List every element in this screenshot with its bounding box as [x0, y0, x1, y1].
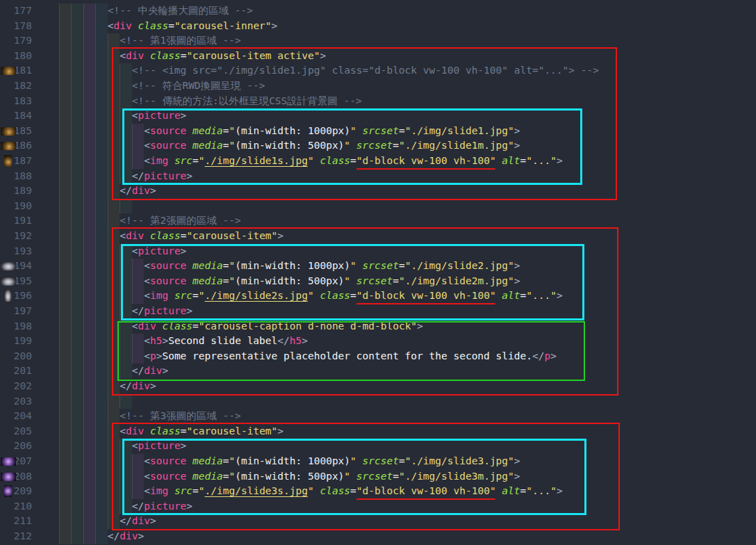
indent-whitespace: [59, 245, 132, 257]
code-text[interactable]: <!-- <img src="./img/slide1.jpg" class="…: [59, 63, 599, 79]
code-text[interactable]: <!-- 第1張圖的區域 -->: [59, 33, 241, 49]
line-number[interactable]: 184: [0, 108, 32, 124]
code-text[interactable]: <picture>: [59, 108, 186, 124]
line-number[interactable]: 197: [0, 304, 32, 319]
code-text[interactable]: </picture>: [59, 304, 192, 319]
code-token: >: [186, 305, 192, 316]
code-token: class: [150, 230, 181, 241]
indent-whitespace: [59, 110, 132, 121]
line-number[interactable]: 212: [0, 529, 32, 544]
code-text[interactable]: <p>Some representative placeholder conte…: [59, 349, 557, 364]
code-token: "...": [526, 155, 557, 166]
code-text[interactable]: <!-- 中央輪播大圖的區域 -->: [59, 3, 253, 19]
image-preview-thumbnail: [1, 457, 16, 466]
code-text[interactable]: <div class="carousel-item">: [59, 424, 284, 439]
code-token: class: [150, 50, 181, 61]
indent-whitespace: [59, 335, 144, 346]
code-text[interactable]: <img src="./img/slide1s.jpg" class="d-bl…: [59, 154, 563, 169]
indent-whitespace: [59, 350, 144, 361]
code-line-196: 196 <img src="./img/slide2s.jpg" class="…: [0, 288, 756, 304]
code-token: </: [132, 170, 144, 181]
indent-whitespace: [59, 515, 120, 526]
code-text[interactable]: </div>: [59, 379, 156, 394]
code-token: source: [150, 275, 186, 286]
line-number[interactable]: 206: [0, 439, 32, 454]
line-number[interactable]: 211: [0, 514, 32, 529]
code-text[interactable]: <picture>: [59, 439, 186, 454]
code-line-180: 180 <div class="carousel-item active">: [0, 49, 756, 64]
code-text[interactable]: <source media="(min-width: 1000px)" srcs…: [59, 259, 520, 274]
line-number[interactable]: 182: [0, 79, 32, 94]
code-text[interactable]: <!-- 第2張圖的區域 -->: [59, 213, 241, 229]
line-number[interactable]: 193: [0, 244, 32, 259]
code-text[interactable]: <div class="carousel-inner">: [59, 19, 277, 34]
code-text[interactable]: </div>: [59, 184, 156, 199]
code-token: >: [162, 365, 168, 376]
code-text[interactable]: <div class="carousel-item active">: [59, 49, 326, 64]
line-number[interactable]: 210: [0, 499, 32, 514]
code-text[interactable]: <picture>: [59, 244, 186, 259]
code-text[interactable]: <source media="(min-width: 1000px)" srcs…: [59, 124, 520, 139]
code-token: div: [138, 320, 156, 332]
code-token: [186, 125, 192, 136]
line-number[interactable]: 191: [0, 213, 32, 229]
line-number[interactable]: 192: [0, 229, 32, 244]
indent-whitespace: [59, 320, 132, 332]
line-number[interactable]: 189: [0, 184, 32, 199]
code-text[interactable]: <source media="(min-width: 500px)" srcse…: [59, 274, 520, 289]
line-number[interactable]: 190: [0, 199, 32, 214]
line-number[interactable]: 180: [0, 49, 32, 64]
line-number[interactable]: 201: [0, 364, 32, 379]
code-token: [356, 125, 363, 136]
code-text[interactable]: <source media="(min-width: 500px)" srcse…: [59, 138, 520, 154]
code-token: <!-- <img src="./img/slide1.jpg" class="…: [132, 65, 599, 76]
code-line-202: 202 </div>: [0, 379, 756, 394]
code-token: src: [174, 290, 192, 301]
line-number[interactable]: 183: [0, 94, 32, 109]
code-token: <: [120, 230, 126, 241]
indent-whitespace: [59, 260, 144, 271]
code-line-186: 186 <source media="(min-width: 500px)" s…: [0, 138, 756, 154]
code-token: [144, 425, 150, 437]
code-token: >: [557, 290, 563, 301]
code-text[interactable]: <!-- 第3張圖的區域 -->: [59, 409, 241, 424]
line-number[interactable]: 199: [0, 334, 32, 349]
code-token: ": [344, 275, 350, 286]
code-token: =: [399, 125, 405, 136]
line-number[interactable]: 200: [0, 349, 32, 364]
line-number[interactable]: 203: [0, 394, 32, 409]
code-text[interactable]: </div>: [59, 364, 168, 379]
indent-whitespace: [59, 170, 132, 181]
code-token: "./img/slide3.jpg": [405, 455, 514, 466]
line-number[interactable]: 179: [0, 33, 32, 49]
line-number[interactable]: 205: [0, 424, 32, 439]
code-text[interactable]: <img src="./img/slide3s.jpg" class="d-bl…: [59, 484, 563, 499]
code-text[interactable]: <h5>Second slide label</h5>: [59, 334, 308, 349]
code-text[interactable]: <img src="./img/slide2s.jpg" class="d-bl…: [59, 288, 563, 304]
code-text[interactable]: </div>: [59, 529, 144, 544]
code-token: srcset: [356, 275, 393, 286]
indent-rainbow-column: [59, 394, 71, 409]
line-number[interactable]: 198: [0, 319, 32, 334]
line-number[interactable]: 188: [0, 169, 32, 184]
code-text[interactable]: <!-- 傳統的方法:以外框呈現CSS設計背景圖 -->: [59, 94, 362, 109]
code-line-178: 178 <div class="carousel-inner">: [0, 19, 756, 34]
code-text[interactable]: <div class="carousel-item">: [59, 229, 284, 244]
code-token: picture: [144, 501, 186, 512]
code-token: img: [150, 485, 168, 496]
code-token: =: [350, 485, 356, 496]
code-text[interactable]: <div class="carousel-caption d-none d-md…: [59, 319, 423, 334]
code-text[interactable]: <source media="(min-width: 500px)" srcse…: [59, 469, 520, 485]
line-number[interactable]: 202: [0, 379, 32, 394]
code-token: (min-width: 1000px): [235, 260, 350, 271]
code-token: source: [150, 260, 186, 271]
code-text[interactable]: </picture>: [59, 499, 192, 514]
code-text[interactable]: <!-- 符合RWD換圖呈現 -->: [59, 79, 265, 94]
code-text[interactable]: <source media="(min-width: 1000px)" srcs…: [59, 454, 520, 469]
line-number[interactable]: 178: [0, 19, 32, 34]
code-text[interactable]: </div>: [59, 514, 156, 529]
line-number[interactable]: 177: [0, 3, 32, 19]
code-editor[interactable]: 177 <!-- 中央輪播大圖的區域 -->178 <div class="ca…: [0, 0, 756, 545]
line-number[interactable]: 204: [0, 409, 32, 424]
code-text[interactable]: </picture>: [59, 169, 192, 184]
